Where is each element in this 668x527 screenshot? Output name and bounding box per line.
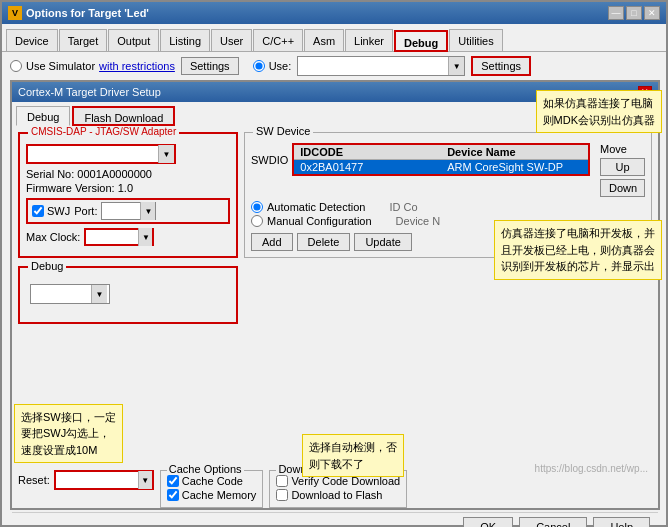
debugger-input[interactable]: CMSIS-DAP Debugger bbox=[298, 59, 448, 73]
manual-config-radio[interactable] bbox=[251, 215, 263, 227]
tab-listing[interactable]: Listing bbox=[160, 29, 210, 51]
callout-4-text: 选择自动检测，否 则下载不了 bbox=[309, 441, 397, 470]
update-button[interactable]: Update bbox=[354, 233, 411, 251]
tab-target[interactable]: Target bbox=[59, 29, 108, 51]
jtag-group: CMSIS-DAP - JTAG/SW Adapter FIRE CMSIS-D… bbox=[18, 132, 238, 258]
reset-arrow[interactable]: ▼ bbox=[138, 471, 152, 489]
use-radio[interactable] bbox=[253, 60, 265, 72]
simulator-radio[interactable] bbox=[10, 60, 22, 72]
serial-value: 0001A0000000 bbox=[77, 168, 152, 180]
cache-memory-label: Cache Memory bbox=[182, 489, 257, 501]
clock-input[interactable]: 10MHz bbox=[86, 230, 138, 244]
debug-group-label: Debug bbox=[28, 260, 66, 272]
tab-utilities[interactable]: Utilities bbox=[449, 29, 502, 51]
download-flash-option: Download to Flash bbox=[276, 489, 400, 501]
outer-window: V Options for Target 'Led' — □ ✕ Device … bbox=[0, 0, 668, 527]
move-label: Move bbox=[600, 143, 645, 155]
cache-memory-checkbox[interactable] bbox=[167, 489, 179, 501]
id-code-label: ID Co bbox=[389, 201, 417, 213]
inner-tab-debug[interactable]: Debug bbox=[16, 106, 70, 126]
tab-asm[interactable]: Asm bbox=[304, 29, 344, 51]
auto-detection-radio[interactable] bbox=[251, 201, 263, 213]
swj-checkbox[interactable] bbox=[32, 205, 44, 217]
ok-button[interactable]: OK bbox=[463, 517, 513, 527]
port-dropdown[interactable]: SW ▼ bbox=[101, 202, 156, 220]
simulator-radio-group: Use Simulator with restrictions bbox=[10, 60, 175, 72]
connect-arrow[interactable]: ▼ bbox=[91, 285, 107, 303]
cache-code-label: Cache Code bbox=[182, 475, 243, 487]
inner-tab-flash[interactable]: Flash Download bbox=[72, 106, 175, 126]
sw-table-row[interactable]: 0x2BA01477 ARM CoreSight SW-DP bbox=[294, 160, 588, 174]
simulator-label: Use Simulator bbox=[26, 60, 95, 72]
tab-debug[interactable]: Debug bbox=[394, 30, 448, 52]
outer-title-text: Options for Target 'Led' bbox=[26, 7, 149, 19]
use-label: Use: bbox=[269, 60, 292, 72]
adapter-arrow[interactable]: ▼ bbox=[158, 145, 174, 163]
firmware-value: 1.0 bbox=[118, 182, 133, 194]
auto-detection-label: Automatic Detection bbox=[267, 201, 365, 213]
callout-1: 如果仿真器连接了电脑 则MDK会识别出仿真器 bbox=[536, 90, 662, 133]
callout-4: 选择自动检测，否 则下载不了 bbox=[302, 434, 404, 477]
reset-label: Reset: bbox=[18, 474, 50, 486]
right-panel: SW Device SWDIO IDCODE Device Name bbox=[244, 132, 652, 460]
swj-row: SWJ Port: SW ▼ bbox=[26, 198, 230, 224]
maximize-button[interactable]: □ bbox=[626, 6, 642, 20]
reset-dropdown[interactable]: Autodetect ▼ bbox=[54, 470, 154, 490]
debug-group: Debug ▼ bbox=[18, 266, 238, 324]
tab-device[interactable]: Device bbox=[6, 29, 58, 51]
col-idcode: IDCODE bbox=[294, 145, 441, 159]
down-button[interactable]: Down bbox=[600, 179, 645, 197]
cache-memory-option: Cache Memory bbox=[167, 489, 257, 501]
tab-user[interactable]: User bbox=[211, 29, 252, 51]
adapter-dropdown[interactable]: FIRE CMSIS-DAP ▼ bbox=[26, 144, 176, 164]
jtag-group-label: CMSIS-DAP - JTAG/SW Adapter bbox=[28, 126, 179, 137]
debugger-dropdown[interactable]: CMSIS-DAP Debugger ▼ bbox=[297, 56, 465, 76]
minimize-button[interactable]: — bbox=[608, 6, 624, 20]
clock-arrow[interactable]: ▼ bbox=[138, 228, 152, 246]
download-flash-checkbox[interactable] bbox=[276, 489, 288, 501]
col-device-name: Device Name bbox=[441, 145, 588, 159]
connect-input[interactable] bbox=[31, 287, 91, 301]
titlebar-buttons: — □ ✕ bbox=[608, 6, 660, 20]
delete-button[interactable]: Delete bbox=[297, 233, 351, 251]
up-button[interactable]: Up bbox=[600, 158, 645, 176]
swj-checkbox-item: SWJ bbox=[32, 205, 70, 217]
firmware-label: Firmware Version: bbox=[26, 182, 115, 194]
debugger-settings-button[interactable]: Settings bbox=[471, 56, 531, 76]
swj-label: SWJ bbox=[47, 205, 70, 217]
debugger-dropdown-arrow[interactable]: ▼ bbox=[448, 57, 464, 75]
callout-2: 仿真器连接了电脑和开发板，并 且开发板已经上电，则仿真器会 识别到开发板的芯片，… bbox=[494, 220, 662, 280]
reset-input[interactable]: Autodetect bbox=[56, 473, 138, 487]
simulator-settings-button[interactable]: Settings bbox=[181, 57, 239, 75]
manual-config-label: Manual Configuration bbox=[267, 215, 372, 227]
cancel-button[interactable]: Cancel bbox=[519, 517, 587, 527]
sw-device-table: IDCODE Device Name 0x2BA01477 ARM CoreSi… bbox=[292, 143, 590, 176]
close-button[interactable]: ✕ bbox=[644, 6, 660, 20]
tab-linker[interactable]: Linker bbox=[345, 29, 393, 51]
connect-dropdown[interactable]: ▼ bbox=[30, 284, 110, 304]
clock-dropdown[interactable]: 10MHz ▼ bbox=[84, 228, 154, 246]
callout-2-text: 仿真器连接了电脑和开发板，并 且开发板已经上电，则仿真器会 识别到开发板的芯片，… bbox=[501, 227, 655, 272]
add-button[interactable]: Add bbox=[251, 233, 293, 251]
cell-idcode: 0x2BA01477 bbox=[294, 160, 441, 174]
callout-3-text: 选择SW接口，一定 要把SWJ勾选上， 速度设置成10M bbox=[21, 411, 116, 456]
firmware-row: Firmware Version: 1.0 bbox=[26, 182, 230, 194]
download-flash-label: Download to Flash bbox=[291, 489, 382, 501]
adapter-input[interactable]: FIRE CMSIS-DAP bbox=[28, 147, 158, 161]
use-row: Use Simulator with restrictions Settings… bbox=[2, 52, 666, 80]
cache-code-checkbox[interactable] bbox=[167, 475, 179, 487]
port-input[interactable]: SW bbox=[102, 204, 140, 218]
restrictions-link[interactable]: with restrictions bbox=[99, 60, 175, 72]
cache-options-label: Cache Options bbox=[167, 463, 244, 475]
port-arrow[interactable]: ▼ bbox=[140, 202, 155, 220]
cache-code-option: Cache Code bbox=[167, 475, 257, 487]
help-button[interactable]: Help bbox=[593, 517, 650, 527]
sw-device-content: SWDIO IDCODE Device Name 0x2BA01477 ARM … bbox=[251, 143, 645, 197]
device-name-label: Device N bbox=[396, 215, 441, 227]
verify-code-checkbox[interactable] bbox=[276, 475, 288, 487]
cell-device-name: ARM CoreSight SW-DP bbox=[441, 160, 588, 174]
app-icon: V bbox=[8, 6, 22, 20]
debug-group-content: ▼ bbox=[26, 272, 230, 316]
tab-cpp[interactable]: C/C++ bbox=[253, 29, 303, 51]
tab-output[interactable]: Output bbox=[108, 29, 159, 51]
